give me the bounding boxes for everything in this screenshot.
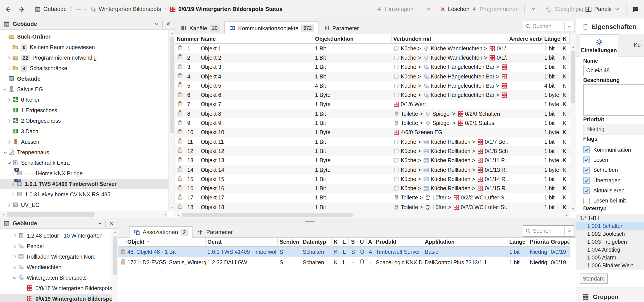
scroll-right-icon[interactable] xyxy=(164,212,167,216)
search-input[interactable] xyxy=(533,228,562,234)
hinzufgen-button[interactable]: Hinzufügen xyxy=(376,6,414,12)
tree-item[interactable]: 1.0.31 ekey home CV KNX RS-485 xyxy=(0,189,168,200)
programmieren-button[interactable]: Programmieren xyxy=(471,6,519,12)
scroll-thumb[interactable] xyxy=(182,213,352,217)
tab-einstellungen[interactable]: Einstellungen xyxy=(580,34,618,57)
tree-item[interactable]: UV_EG xyxy=(0,200,168,210)
tree-item[interactable]: 1.2.48 Letour T10 Wintergarten xyxy=(0,231,112,241)
scroll-down-icon[interactable] xyxy=(571,207,575,211)
table-row[interactable]: 2Objekt 21 BitKüche >Küche Wandleuchten … xyxy=(175,53,570,63)
expander-down-icon[interactable] xyxy=(12,275,18,280)
flag-checkbox[interactable] xyxy=(583,157,590,163)
tree-item[interactable]: 2 Obergeschoss xyxy=(0,116,168,126)
table-row[interactable]: 1Objekt 11 BitKüche >Küche Wandleuchten … xyxy=(175,44,570,53)
column-header[interactable]: K xyxy=(561,34,570,44)
tree-item[interactable]: Salvus EG xyxy=(0,84,168,95)
lschen-button[interactable]: Löschen xyxy=(440,6,470,12)
column-header[interactable]: L xyxy=(340,238,349,247)
scroll-down-icon[interactable] xyxy=(170,206,174,210)
expander-right-icon[interactable] xyxy=(6,97,12,103)
expander-down-icon[interactable] xyxy=(2,150,8,155)
search-input[interactable] xyxy=(533,23,562,29)
tree-item[interactable]: 0 Keller xyxy=(0,95,168,105)
scroll-thumb[interactable] xyxy=(113,236,117,275)
breadcrumb-item[interactable]: 0/0/19 Wintergarten Bilderspots Status xyxy=(170,6,282,12)
vertical-scrollbar[interactable] xyxy=(570,34,576,212)
panels-button[interactable]: Panels xyxy=(585,6,612,13)
table-row[interactable]: 4Objekt 41 BitKüche >Küche Hängeleuchten… xyxy=(175,72,570,81)
datatype-option[interactable]: 1.001 Schalten xyxy=(576,222,644,230)
breadcrumb-item[interactable]: Gebäude xyxy=(34,6,67,12)
expander-right-icon[interactable] xyxy=(12,254,18,259)
table-row[interactable]: 18Objekt 181 BitToilette >Lüfter >0/2/3 … xyxy=(175,203,570,212)
column-header[interactable]: A xyxy=(366,238,374,247)
rckgngig-button[interactable]: Rückgängig xyxy=(545,6,583,12)
column-header[interactable]: Produkt xyxy=(374,238,423,247)
breadcrumb-item[interactable] xyxy=(75,6,82,12)
vertical-scrollbar[interactable] xyxy=(168,30,174,211)
table-row[interactable]: 7Objekt 71 Byte0/1/6 Wert1 byteK xyxy=(175,100,570,109)
column-header[interactable]: Priorität xyxy=(528,238,549,247)
tree-item[interactable]: Wandleuchten xyxy=(0,262,112,273)
expander-right-icon[interactable] xyxy=(10,171,16,176)
expander-right-icon[interactable] xyxy=(6,129,12,134)
column-header[interactable]: S xyxy=(349,238,358,247)
splitter-grip[interactable] xyxy=(305,221,314,222)
column-header[interactable]: Nummer xyxy=(175,34,199,44)
column-header[interactable]: Objektfunktion xyxy=(313,34,392,44)
tab-kanle[interactable]: Kanäle20 xyxy=(176,22,225,34)
tree-item[interactable]: Aussen xyxy=(0,137,168,147)
tree-item[interactable]: Rollladen Wintergarten Nord xyxy=(0,252,112,262)
datatype-option[interactable]: 1.002 Boolesch xyxy=(576,230,644,238)
table-row[interactable]: 16Objekt 161 BitKüche >Küche Rollladen >… xyxy=(175,184,570,193)
column-header[interactable]: Gruppena xyxy=(549,238,570,247)
tree-item[interactable]: Treppenhaus xyxy=(0,147,168,158)
column-header[interactable]: Applikation xyxy=(423,238,508,247)
scroll-up-icon[interactable] xyxy=(113,230,117,234)
column-header[interactable]: Verbunden mit xyxy=(392,34,508,44)
dropdown-chevron-icon[interactable] xyxy=(530,6,536,12)
scroll-up-icon[interactable] xyxy=(571,45,575,49)
column-header[interactable]: K xyxy=(332,238,340,247)
table-row[interactable]: 5Objekt 54 BitKüche >Küche Hängeleuchten… xyxy=(175,81,570,90)
panel-menu-chevron-icon[interactable] xyxy=(97,220,103,226)
column-header[interactable]: Datentyp xyxy=(301,238,332,247)
table-row[interactable]: 13Objekt 131 ByteKüche >Küche Rollladen … xyxy=(175,156,570,165)
association-row[interactable]: 1721: D2-EVG5, Status, Wintergart...1.2.… xyxy=(118,257,570,268)
scroll-thumb[interactable] xyxy=(170,37,174,133)
scroll-up-icon[interactable] xyxy=(170,31,174,35)
standard-button[interactable]: Standard xyxy=(580,273,608,283)
table-row[interactable]: 10Objekt 101 Byte4/6/0 Szenen EG1 byteK xyxy=(175,128,570,137)
dropdown-chevron-icon[interactable] xyxy=(425,6,431,12)
name-field[interactable] xyxy=(583,65,644,76)
expander-right-icon[interactable] xyxy=(10,182,16,187)
table-row[interactable]: 14Objekt 141 ByteKüche >Küche Rollladen … xyxy=(175,165,570,175)
tree-item[interactable]: 4Schaltschränke xyxy=(0,63,168,74)
search-options-chevron-icon[interactable] xyxy=(566,228,572,234)
scroll-thumb[interactable] xyxy=(7,212,94,217)
expander-right-icon[interactable] xyxy=(6,203,12,208)
scroll-left-icon[interactable] xyxy=(1,212,5,216)
tree-item[interactable]: 3 Dach xyxy=(0,126,168,137)
groups-section[interactable]: Gruppen xyxy=(576,288,644,302)
panel-menu-chevron-icon[interactable] xyxy=(154,21,160,27)
back-button[interactable] xyxy=(4,6,12,13)
tab-kommentar[interactable]: Ko xyxy=(634,42,641,48)
column-header[interactable]: Länge xyxy=(542,34,561,44)
tab-assoziationen[interactable]: Assoziationen2 xyxy=(129,226,193,238)
datatype-group[interactable]: 1.* 1-Bit xyxy=(576,214,644,222)
expander-down-icon[interactable] xyxy=(2,87,8,92)
expander-right-icon[interactable] xyxy=(6,108,12,113)
tree-item[interactable]: 0/0/18 Wintergarten Bilderspots... xyxy=(0,283,112,294)
expander-down-icon[interactable] xyxy=(6,161,12,166)
datatype-option[interactable]: 1.006 Binärer Wert xyxy=(576,262,644,269)
scroll-right-icon[interactable] xyxy=(564,213,568,217)
datatype-option[interactable]: 1.003 Freigeben xyxy=(576,238,644,246)
table-row[interactable]: 17Objekt 171 BitToilette >Lüfter >0/2/2 … xyxy=(175,193,570,203)
table-row[interactable]: 6Objekt 61 ByteKüche >Küche Hängeleuchte… xyxy=(175,90,570,100)
scroll-left-icon[interactable] xyxy=(176,213,180,217)
horizontal-scrollbar[interactable] xyxy=(175,212,570,218)
close-panel-button[interactable] xyxy=(108,220,114,226)
flag-checkbox[interactable] xyxy=(583,187,590,194)
vertical-scrollbar[interactable] xyxy=(112,229,118,302)
